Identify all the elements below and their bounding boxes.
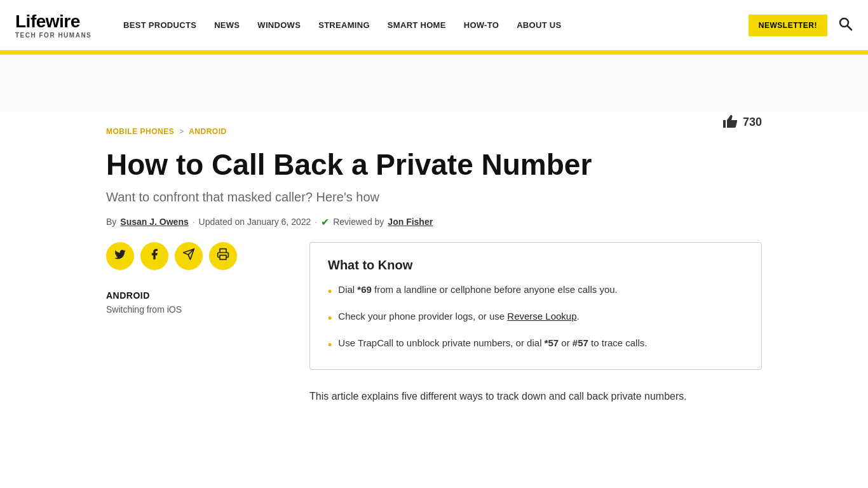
wtk-item-3: • Use TrapCall to unblock private number… <box>328 336 743 354</box>
search-button[interactable] <box>837 16 853 35</box>
byline-dot: · <box>193 217 195 227</box>
ad-banner <box>0 55 868 112</box>
sidebar-link: Switching from iOS <box>106 304 284 315</box>
author-link[interactable]: Susan J. Owens <box>120 217 188 227</box>
wtk-text-1: Dial *69 from a landline or cellphone be… <box>338 283 617 301</box>
article-intro: This article explains five different way… <box>309 388 762 405</box>
facebook-icon <box>148 248 161 264</box>
article-meta-top: MOBILE PHONES > ANDROID 730 <box>106 112 762 144</box>
breadcrumb-separator: > <box>179 127 184 136</box>
vote-count: 730 <box>743 116 762 129</box>
facebook-share-button[interactable] <box>140 242 168 270</box>
twitter-share-button[interactable] <box>106 242 134 270</box>
site-header: Lifewire TECH FOR HUMANS BEST PRODUCTS N… <box>0 0 868 52</box>
nav-windows[interactable]: WINDOWS <box>257 20 301 30</box>
main-nav: BEST PRODUCTS NEWS WINDOWS STREAMING SMA… <box>123 20 738 30</box>
nav-streaming[interactable]: STREAMING <box>318 20 370 30</box>
newsletter-button[interactable]: NEWSLETTER! <box>749 15 827 36</box>
print-icon <box>217 248 229 264</box>
wtk-item-1: • Dial *69 from a landline or cellphone … <box>328 283 743 301</box>
wtk-text-2: Check your phone provider logs, or use R… <box>338 309 579 327</box>
wtk-title: What to Know <box>328 258 743 273</box>
two-col-layout: ANDROID Switching from iOS What to Know … <box>106 242 762 405</box>
logo-area[interactable]: Lifewire TECH FOR HUMANS <box>15 11 98 39</box>
what-to-know-box: What to Know • Dial *69 from a landline … <box>309 242 762 370</box>
reviewed-check-icon: ✔ <box>321 216 329 228</box>
sidebar-category: ANDROID <box>106 290 284 301</box>
reverse-lookup-link[interactable]: Reverse Lookup <box>507 311 576 322</box>
article-subtitle: Want to confront that masked caller? Her… <box>106 190 762 205</box>
social-icons <box>106 242 284 270</box>
content-wrapper: MOBILE PHONES > ANDROID 730 How to Call … <box>91 112 777 405</box>
print-button[interactable] <box>209 242 237 270</box>
twitter-icon <box>114 248 126 264</box>
wtk-item-2: • Check your phone provider logs, or use… <box>328 309 743 327</box>
nav-how-to[interactable]: HOW-TO <box>464 20 499 30</box>
logo-tagline: TECH FOR HUMANS <box>15 32 98 39</box>
nav-smart-home[interactable]: SMART HOME <box>388 20 446 30</box>
byline-dot2: · <box>315 217 317 227</box>
breadcrumb-current[interactable]: ANDROID <box>189 127 227 136</box>
nav-news[interactable]: NEWS <box>214 20 240 30</box>
wtk-text-3: Use TrapCall to unblock private numbers,… <box>338 336 647 354</box>
sidebar-android-section: ANDROID Switching from iOS <box>106 290 284 315</box>
breadcrumb-parent[interactable]: MOBILE PHONES <box>106 127 174 136</box>
telegram-share-button[interactable] <box>175 242 203 270</box>
bullet-icon-1: • <box>328 283 332 301</box>
telegram-icon <box>182 248 195 264</box>
bullet-icon-2: • <box>328 310 332 327</box>
thumbs-up-icon <box>721 112 739 133</box>
search-icon <box>837 18 853 34</box>
updated-date: Updated on January 6, 2022 <box>199 217 311 227</box>
bullet-icon-3: • <box>328 337 332 354</box>
by-label: By <box>106 217 116 227</box>
breadcrumb: MOBILE PHONES > ANDROID <box>106 112 721 144</box>
logo-text: Lifewire <box>15 11 98 32</box>
reviewer-link[interactable]: Jon Fisher <box>388 217 433 227</box>
vote-area[interactable]: 730 <box>721 112 762 133</box>
article-title: How to Call Back a Private Number <box>106 149 678 181</box>
nav-best-products[interactable]: BEST PRODUCTS <box>123 20 196 30</box>
left-column: ANDROID Switching from iOS <box>106 242 284 405</box>
svg-rect-2 <box>220 255 226 260</box>
reviewed-label: Reviewed by <box>333 217 384 227</box>
nav-about-us[interactable]: ABOUT US <box>517 20 561 30</box>
svg-line-1 <box>848 25 852 30</box>
byline: By Susan J. Owens · Updated on January 6… <box>106 216 762 228</box>
article-body: This article explains five different way… <box>309 388 762 405</box>
right-column: What to Know • Dial *69 from a landline … <box>309 242 762 405</box>
wtk-list: • Dial *69 from a landline or cellphone … <box>328 283 743 354</box>
